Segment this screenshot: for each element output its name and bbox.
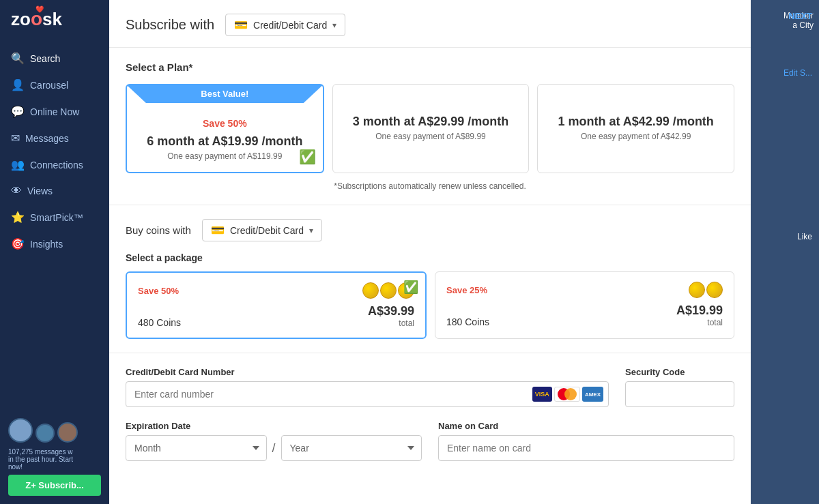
coin [689,282,705,298]
card-number-label: Credit/Debit Card Number [126,367,609,377]
sidebar-item-online[interactable]: 💬 Online Now [0,98,109,125]
card-logos: VISA AMEX [532,387,603,402]
packages-row: ✅ Save 50% 480 Coins A$39.99 total [126,271,734,339]
plan-sub-6month: One easy payment of A$119.99 [138,151,312,161]
expiry-slash: / [272,441,276,456]
plan-card-6month[interactable]: Best Value! Save 50% 6 month at A$19.99 … [126,84,324,173]
expiry-row: Month 01 02 03 04 05 06 07 08 09 10 11 1… [126,435,422,461]
plans-title: Select a Plan* [126,61,734,73]
sidebar-item-views[interactable]: 👁 Views [0,178,109,204]
sidebar-item-connections[interactable]: 👥 Connections [0,151,109,178]
coin [380,282,397,299]
name-on-card-label: Name on Card [438,421,734,431]
sidebar-item-smartpick[interactable]: ⭐ SmartPick™ [0,204,109,231]
best-value-banner: Best Value! [126,85,324,103]
sidebar-nav: 🔍 Search 👤 Carousel 💬 Online Now ✉ Messa… [0,45,109,257]
security-code-group: Security Code [625,367,734,407]
plans-section: Select a Plan* Best Value! Save 50% 6 mo… [109,48,751,205]
sidebar-item-messages[interactable]: ✉ Messages [0,125,109,151]
package-card-180[interactable]: Save 25% 180 Coins A$19.99 total [435,271,734,339]
expiry-label: Expiration Date [126,421,422,431]
edit-link[interactable]: Edit S... [784,68,812,78]
coin [706,282,723,298]
month-select[interactable]: Month 01 02 03 04 05 06 07 08 09 10 11 1… [126,435,267,461]
name-on-card-input[interactable] [438,435,734,461]
coin [362,282,379,299]
payment-method-select[interactable]: 💳 Credit/Debit Card ▾ [225,14,345,36]
modal-header: Subscribe with 💳 Credit/Debit Card ▾ [109,0,751,48]
carousel-icon: 👤 [11,78,25,91]
package-card-480[interactable]: ✅ Save 50% 480 Coins A$39.99 total [126,271,427,339]
avatar [57,422,78,443]
chevron-down-icon: ▾ [332,20,336,30]
visa-logo: VISA [532,387,552,402]
save-label-6month: Save 50% [138,118,312,129]
year-select[interactable]: Year 2024 2025 2026 2027 2028 2029 2030 [281,435,422,461]
coins-payment-method: Credit/Debit Card [230,225,304,236]
plan-sub-3month: One easy payment of A$89.99 [344,132,518,141]
subscribe-button[interactable]: Z+ Subscrib... [8,475,101,496]
like-text: Like [797,232,812,241]
package-total-480: total [368,318,414,328]
sidebar-item-label: SmartPick™ [30,212,83,223]
views-icon: 👁 [11,185,22,197]
plan-main-1month: 1 month at A$42.99 /month [549,115,723,129]
chevron-down-icon-coins: ▾ [309,226,313,235]
package-price-480: A$39.99 [368,304,414,318]
smartpick-icon: ⭐ [11,211,25,224]
connections-icon: 👥 [11,158,25,171]
buy-coins-label: Buy coins with [126,224,191,236]
online-icon: 💬 [11,105,25,118]
search-icon: 🔍 [11,52,25,65]
selected-check-6month: ✅ [299,149,316,165]
plan-main-3month: 3 month at A$29.99 /month [344,115,518,129]
coins-icons-180 [689,282,723,298]
sidebar-item-insights[interactable]: 🎯 Insights [0,231,109,257]
messages-icon: ✉ [11,132,20,145]
mastercard-logo [554,387,580,402]
sidebar-item-label: Online Now [30,106,79,117]
select-package-label: Select a package [126,252,734,263]
coins-section: Buy coins with 💳 Credit/Debit Card ▾ Sel… [109,205,751,353]
modal: Subscribe with 💳 Credit/Debit Card ▾ Sel… [109,0,751,504]
amex-logo: AMEX [582,387,603,402]
coins-payment-select[interactable]: 💳 Credit/Debit Card ▾ [202,219,322,241]
subscribe-with-label: Subscribe with [126,17,214,33]
right-edge: Member a City NEXT Edit S... Like [751,0,819,504]
form-row-1: Credit/Debit Card Number VISA AMEX [126,367,734,407]
next-button[interactable]: NEXT [788,11,812,21]
plan-sub-1month: One easy payment of A$42.99 [549,132,723,141]
plan-main-6month: 6 month at A$19.99 /month [138,134,312,149]
coins-header: Buy coins with 💳 Credit/Debit Card ▾ [126,219,734,241]
messages-count: 107,275 messages win the past hour. Star… [8,448,101,471]
insights-icon: 🎯 [11,237,25,250]
sidebar-bottom: 107,275 messages win the past hour. Star… [0,410,109,504]
package-total-180: total [676,318,723,327]
city-text: a City [756,20,814,30]
security-code-input[interactable] [625,381,734,407]
name-on-card-group: Name on Card [438,421,734,461]
sidebar-item-label: Carousel [30,80,68,91]
sidebar-item-label: Search [30,53,60,64]
logo: zoo❤️sk [0,0,109,38]
card-icon: 💳 [234,18,248,31]
package-coins-480: 480 Coins [138,317,181,328]
plan-card-3month[interactable]: 3 month at A$29.99 /month One easy payme… [332,84,530,173]
sidebar-item-label: Views [27,186,53,196]
package-top-480: Save 50% [138,282,414,299]
avatar [8,418,33,443]
plans-row: Best Value! Save 50% 6 month at A$19.99 … [126,84,734,173]
card-input-wrapper: VISA AMEX [126,381,609,407]
package-top-180: Save 25% [446,282,723,298]
card-number-group: Credit/Debit Card Number VISA AMEX [126,367,609,407]
form-row-2: Expiration Date Month 01 02 03 04 05 06 … [126,421,734,461]
sidebar-item-label: Messages [25,133,69,144]
sidebar-item-label: Insights [30,239,63,250]
package-price-180: A$19.99 [676,303,723,318]
sidebar-item-search[interactable]: 🔍 Search [0,45,109,72]
renew-note: *Subscriptions automatically renew unles… [126,181,734,191]
plan-card-1month[interactable]: 1 month at A$42.99 /month One easy payme… [537,84,734,173]
sidebar-item-carousel[interactable]: 👤 Carousel [0,72,109,98]
sidebar: zoo❤️sk 🔍 Search 👤 Carousel 💬 Online Now… [0,0,109,504]
form-section: Credit/Debit Card Number VISA AMEX [109,353,751,488]
